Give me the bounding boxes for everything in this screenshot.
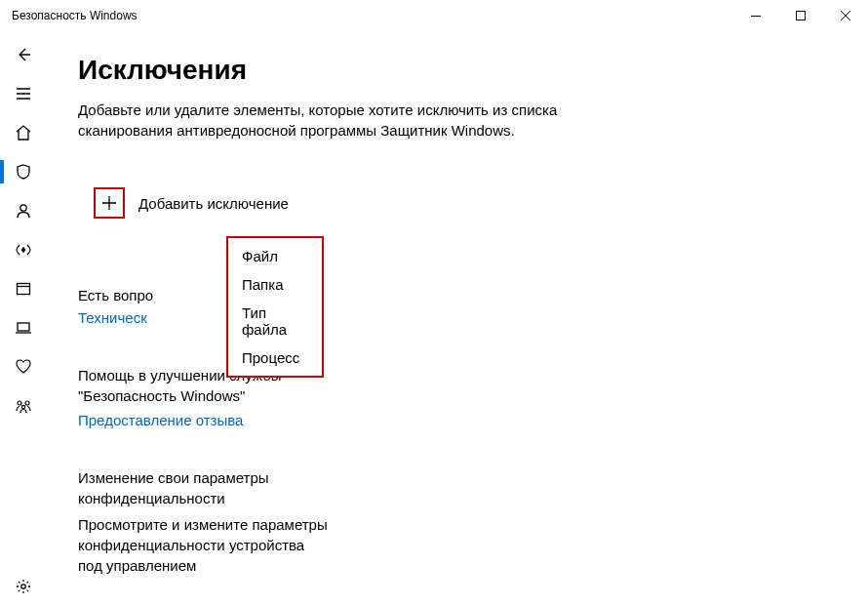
- menu-item-process[interactable]: Процесс: [242, 349, 308, 366]
- shield-icon[interactable]: [0, 152, 47, 191]
- home-icon[interactable]: [0, 113, 47, 152]
- svg-rect-5: [18, 323, 29, 331]
- privacy-body: Просмотрите и измените параметры конфиде…: [78, 514, 332, 576]
- health-icon[interactable]: [0, 347, 47, 386]
- titlebar: Безопасность Windows: [0, 0, 868, 31]
- sidebar: [0, 31, 47, 606]
- firewall-icon[interactable]: [0, 230, 47, 269]
- privacy-heading: Изменение свои параметры конфиденциально…: [78, 467, 332, 508]
- device-icon[interactable]: [0, 308, 47, 347]
- add-exclusion-button[interactable]: Добавить исключение: [94, 187, 837, 219]
- back-button[interactable]: [0, 35, 47, 74]
- svg-point-9: [21, 585, 25, 588]
- window-controls: [733, 0, 868, 31]
- svg-rect-1: [797, 12, 806, 20]
- settings-icon[interactable]: [0, 567, 47, 606]
- svg-point-7: [25, 401, 29, 405]
- page-description: Добавьте или удалите элементы, которые х…: [78, 100, 585, 141]
- page-title: Исключения: [78, 55, 837, 86]
- maximize-button[interactable]: [778, 0, 823, 31]
- menu-item-filetype[interactable]: Тип файла: [242, 304, 308, 338]
- questions-heading: Есть вопро: [78, 287, 837, 303]
- feedback-link[interactable]: Предоставление отзыва: [78, 412, 243, 428]
- support-link[interactable]: Техническ: [78, 309, 147, 326]
- menu-button[interactable]: [0, 74, 47, 113]
- menu-item-folder[interactable]: Папка: [242, 276, 308, 293]
- minimize-button[interactable]: [733, 0, 778, 31]
- add-exclusion-label: Добавить исключение: [138, 195, 289, 212]
- app-browser-icon[interactable]: [0, 269, 47, 308]
- family-icon[interactable]: [0, 386, 47, 425]
- svg-point-2: [20, 205, 26, 211]
- svg-point-6: [18, 401, 21, 405]
- svg-rect-4: [18, 284, 30, 295]
- svg-rect-0: [751, 16, 761, 17]
- exclusion-type-menu: Файл Папка Тип файла Процесс: [226, 236, 324, 378]
- plus-icon: [94, 187, 125, 219]
- main-content: Исключения Добавьте или удалите элементы…: [47, 31, 868, 606]
- window-title: Безопасность Windows: [12, 9, 138, 22]
- close-button[interactable]: [823, 0, 868, 31]
- menu-item-file[interactable]: Файл: [242, 248, 308, 264]
- account-icon[interactable]: [0, 191, 47, 230]
- svg-point-8: [21, 405, 24, 408]
